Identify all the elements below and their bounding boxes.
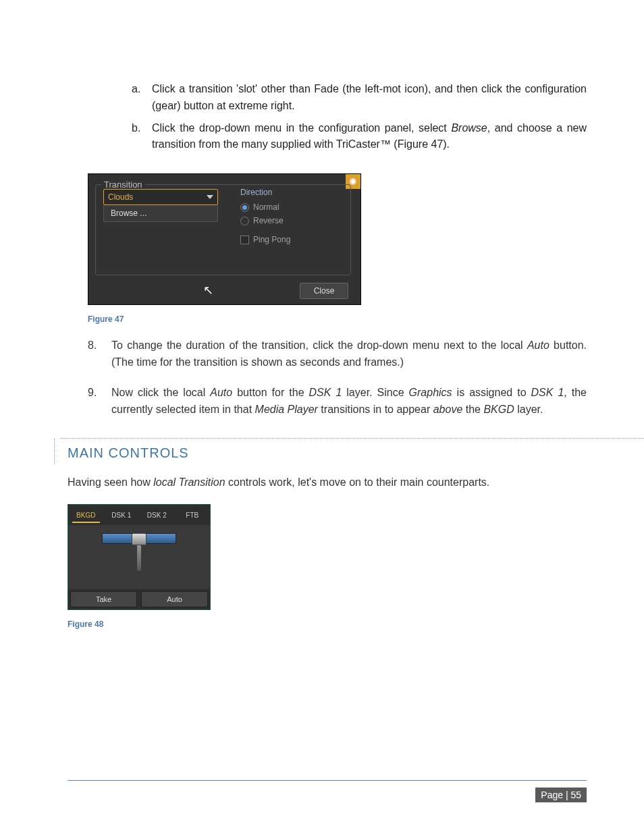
b-em: Browse <box>451 122 487 134</box>
pb: local Transition <box>153 476 225 488</box>
t9a: Now click the local <box>111 387 210 398</box>
t9d: DSK 1 <box>309 387 342 398</box>
figure-47-panel: ✺ Transition Clouds Browse ... Direction… <box>88 173 361 305</box>
pa: Having seen how <box>68 476 153 488</box>
marker-a: a. <box>132 81 152 115</box>
t9g: is assigned to <box>452 387 531 398</box>
pc: controls work, let's move on to their ma… <box>225 476 490 488</box>
t9h: DSK 1 <box>531 387 564 398</box>
tab-dsk2[interactable]: DSK 2 <box>139 505 175 525</box>
t-bar-handle[interactable] <box>132 533 146 545</box>
auto-button[interactable]: Auto <box>141 591 208 607</box>
checkbox-pingpong[interactable]: Ping Pong <box>240 235 290 244</box>
numbered-list: 8. To change the duration of the transit… <box>88 337 587 418</box>
section-left-dots <box>54 439 55 464</box>
t-bar-track <box>102 533 176 544</box>
section-heading: MAIN CONTROLS <box>68 439 644 461</box>
t9m: the <box>462 404 483 415</box>
t9l: above <box>433 404 463 415</box>
take-button[interactable]: Take <box>70 591 137 607</box>
reverse-label: Reverse <box>253 216 284 225</box>
t9j: Media Player <box>255 404 318 415</box>
close-button[interactable]: Close <box>300 283 348 299</box>
t9b: Auto <box>210 387 232 398</box>
t-bar-stick <box>137 544 141 571</box>
cursor-icon: ↖ <box>203 283 213 298</box>
sub-list: a. Click a transition 'slot' other than … <box>132 81 587 153</box>
transition-legend: Transition <box>101 180 145 190</box>
tab-row: BKGD DSK 1 DSK 2 FTB <box>68 505 210 525</box>
figure-48-caption: Figure 48 <box>68 619 587 629</box>
chevron-down-icon <box>207 195 213 199</box>
marker-8: 8. <box>88 337 111 371</box>
browse-menu-item[interactable]: Browse ... <box>103 205 218 222</box>
text-8: To change the duration of the transition… <box>111 337 587 371</box>
footer-rule <box>68 780 587 781</box>
t9k: transitions in to appear <box>318 404 433 415</box>
t9n: BKGD <box>483 404 514 415</box>
t8a: To change the duration of the transition… <box>111 339 527 351</box>
tab-bkgd[interactable]: BKGD <box>68 505 104 525</box>
pingpong-label: Ping Pong <box>253 235 290 244</box>
clouds-label: Clouds <box>108 192 133 202</box>
button-row: Take Auto <box>68 589 210 609</box>
checkbox-icon <box>240 236 249 244</box>
marker-9: 9. <box>88 385 111 418</box>
direction-label: Direction <box>240 188 290 197</box>
radio-normal[interactable]: Normal <box>240 202 290 212</box>
radio-icon-selected <box>240 203 249 212</box>
radio-reverse[interactable]: Reverse <box>240 216 290 225</box>
t9o: layer. <box>514 404 543 415</box>
text-a: Click a transition 'slot' other than Fad… <box>152 81 587 115</box>
section-paragraph: Having seen how local Transition control… <box>68 474 587 491</box>
marker-b: b. <box>132 120 152 154</box>
t8b: Auto <box>527 339 549 351</box>
sub-item-a: a. Click a transition 'slot' other than … <box>132 81 587 115</box>
t9e: layer. Since <box>342 387 408 398</box>
page-number: Page | 55 <box>535 788 587 802</box>
figure-47-caption: Figure 47 <box>88 314 587 324</box>
text-b: Click the drop-down menu in the configur… <box>152 120 587 154</box>
transition-slot-clouds[interactable]: Clouds <box>103 189 218 205</box>
section-rule: MAIN CONTROLS <box>61 438 644 461</box>
t9c: button for the <box>232 387 308 398</box>
sub-item-b: b. Click the drop-down menu in the confi… <box>132 120 587 154</box>
tab-dsk1[interactable]: DSK 1 <box>104 505 140 525</box>
transition-slot-column: Clouds Browse ... <box>103 189 218 222</box>
item-8: 8. To change the duration of the transit… <box>88 337 587 371</box>
t9f: Graphics <box>409 387 452 398</box>
b-pre: Click the drop-down menu in the configur… <box>152 122 451 134</box>
text-9: Now click the local Auto button for the … <box>111 385 587 418</box>
normal-label: Normal <box>253 202 279 212</box>
direction-column: Direction Normal Reverse Ping Pong <box>240 188 290 244</box>
t-bar[interactable] <box>102 533 176 571</box>
tab-ftb[interactable]: FTB <box>175 505 211 525</box>
item-9: 9. Now click the local Auto button for t… <box>88 385 587 418</box>
figure-48-panel: BKGD DSK 1 DSK 2 FTB Take Auto <box>68 504 211 610</box>
radio-icon <box>240 217 249 225</box>
